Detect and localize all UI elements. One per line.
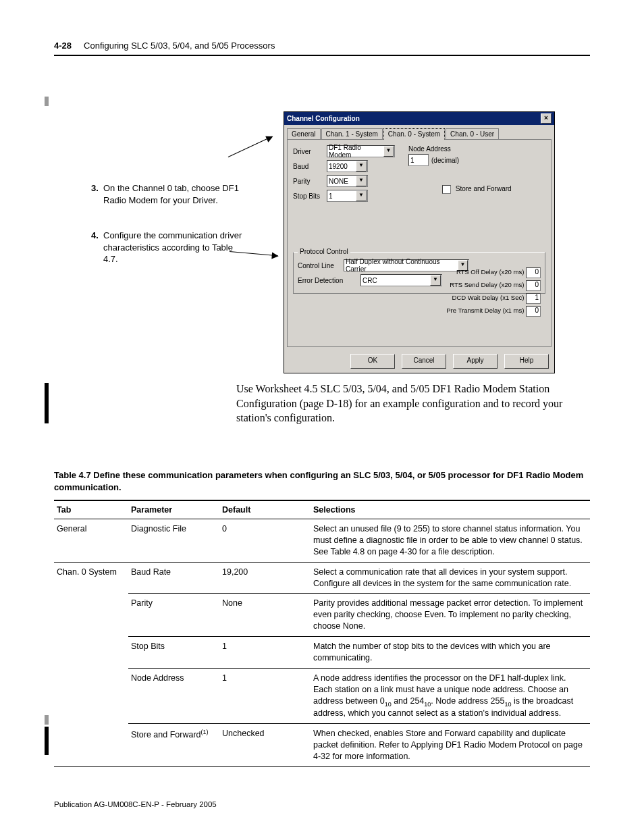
- apply-button[interactable]: Apply: [453, 354, 498, 369]
- error-detection-select[interactable]: CRC ▼: [360, 274, 442, 286]
- chevron-down-icon[interactable]: ▼: [356, 176, 367, 186]
- driver-label: Driver: [293, 148, 327, 155]
- help-button[interactable]: Help: [504, 354, 549, 369]
- table-row: Store and Forward(1) Unchecked When chec…: [54, 724, 590, 767]
- chevron-down-icon[interactable]: ▼: [430, 275, 441, 286]
- channel-configuration-dialog: Channel Configuration × General Chan. 1 …: [284, 111, 555, 373]
- table-caption: Table 4.7 Define these communication par…: [54, 469, 590, 494]
- ok-button[interactable]: OK: [350, 354, 395, 369]
- pre-transmit-label: Pre Transmit Delay (x1 ms): [446, 307, 524, 314]
- rts-send-label: RTS Send Delay (x20 ms): [450, 281, 524, 288]
- step-4: 4. Configure the communication driver ch…: [91, 230, 246, 265]
- table-row: General Diagnostic File 0 Select an unus…: [54, 519, 590, 563]
- step-number: 4.: [91, 230, 103, 242]
- page-number: 4-28: [54, 41, 72, 51]
- stopbits-select[interactable]: 1 ▼: [327, 190, 368, 202]
- dcd-wait-input[interactable]: 1: [526, 293, 541, 304]
- page-header: 4-28 Configuring SLC 5/03, 5/04, and 5/0…: [54, 41, 590, 56]
- tab-general[interactable]: General: [287, 128, 321, 140]
- store-forward-checkbox[interactable]: [442, 185, 451, 194]
- dialog-tabs: General Chan. 1 - System Chan. 0 - Syste…: [284, 125, 554, 139]
- step-text: Configure the communication driver chara…: [103, 230, 246, 265]
- tab-panel: Driver DF1 Radio Modem ▼ Baud 19200 ▼: [287, 139, 552, 347]
- store-forward-label: Store and Forward: [456, 185, 512, 192]
- rts-send-input[interactable]: 0: [526, 280, 541, 291]
- node-address-label: Node Address: [408, 145, 545, 153]
- change-bar: [45, 715, 49, 725]
- pre-transmit-input[interactable]: 0: [526, 306, 541, 317]
- body-paragraph: Use Worksheet 4.5 SLC 5/03, 5/04, and 5/…: [236, 382, 587, 425]
- tab-chan0-system[interactable]: Chan. 0 - System: [383, 128, 445, 140]
- dialog-titlebar: Channel Configuration ×: [284, 112, 554, 125]
- step-number: 3.: [91, 182, 103, 194]
- table-row: Chan. 0 System Baud Rate 19,200 Select a…: [54, 562, 590, 594]
- tab-chan1-system[interactable]: Chan. 1 - System: [321, 128, 383, 140]
- dialog-title: Channel Configuration: [287, 115, 360, 122]
- col-parameter: Parameter: [128, 500, 219, 519]
- arrow: [228, 136, 273, 157]
- rts-off-label: RTS Off Delay (x20 ms): [456, 268, 524, 276]
- cancel-button[interactable]: Cancel: [402, 354, 446, 369]
- parity-select[interactable]: NONE ▼: [327, 175, 368, 187]
- node-address-unit: (decimal): [431, 157, 459, 164]
- publication-footer: Publication AG-UM008C-EN-P - February 20…: [54, 800, 217, 808]
- dcd-wait-label: DCD Wait Delay (x1 Sec): [452, 294, 525, 301]
- col-selections: Selections: [311, 500, 590, 519]
- close-icon[interactable]: ×: [541, 113, 552, 124]
- dialog-buttons: OK Cancel Apply Help: [284, 350, 554, 373]
- parameters-table: Tab Parameter Default Selections General…: [54, 500, 590, 767]
- chapter-title: Configuring SLC 5/03, 5/04, and 5/05 Pro…: [84, 41, 275, 51]
- tab-chan0-user[interactable]: Chan. 0 - User: [446, 128, 499, 140]
- node-address-input[interactable]: 1: [408, 154, 429, 166]
- stopbits-label: Stop Bits: [293, 192, 327, 200]
- driver-select[interactable]: DF1 Radio Modem ▼: [327, 145, 395, 157]
- table-row: Node Address 1 A node address identifies…: [54, 668, 590, 723]
- baud-label: Baud: [293, 163, 327, 170]
- chevron-down-icon[interactable]: ▼: [356, 190, 367, 201]
- change-bar: [45, 383, 49, 423]
- col-tab: Tab: [54, 500, 128, 519]
- chevron-down-icon[interactable]: ▼: [383, 146, 394, 157]
- protocol-control-group: Control Line Half Duplex without Continu…: [293, 252, 545, 294]
- baud-select[interactable]: 19200 ▼: [327, 160, 368, 172]
- parity-label: Parity: [293, 178, 327, 185]
- table-row: Parity None Parity provides additional m…: [54, 594, 590, 637]
- change-bar: [45, 97, 49, 106]
- step-text: On the Channel 0 tab, choose DF1 Radio M…: [103, 182, 246, 206]
- chevron-down-icon[interactable]: ▼: [356, 161, 367, 172]
- step-3: 3. On the Channel 0 tab, choose DF1 Radi…: [91, 182, 246, 206]
- rts-off-input[interactable]: 0: [526, 267, 541, 278]
- control-line-label: Control Line: [298, 262, 344, 269]
- table-row: Stop Bits 1 Match the number of stop bit…: [54, 637, 590, 669]
- error-detection-label: Error Detection: [298, 277, 344, 284]
- col-default: Default: [219, 500, 311, 519]
- change-bar: [45, 727, 49, 755]
